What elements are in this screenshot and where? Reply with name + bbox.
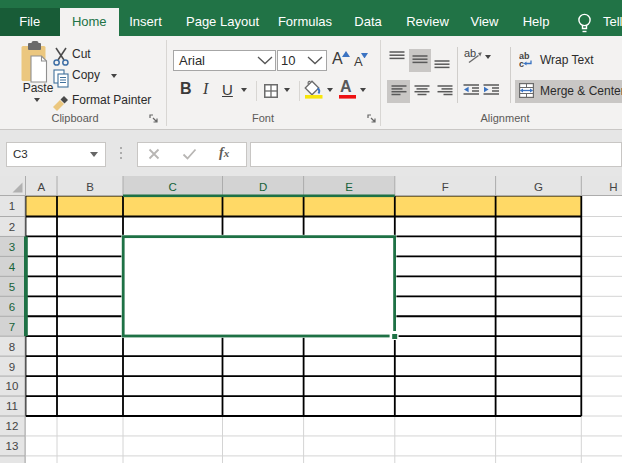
svg-text:6: 6 xyxy=(9,301,15,313)
svg-text:3: 3 xyxy=(9,241,15,253)
svg-text:H: H xyxy=(609,181,617,193)
svg-text:4: 4 xyxy=(9,261,16,273)
svg-text:9: 9 xyxy=(9,361,15,373)
svg-text:11: 11 xyxy=(6,400,18,412)
svg-text:10: 10 xyxy=(6,380,19,392)
svg-text:8: 8 xyxy=(9,341,15,353)
svg-text:G: G xyxy=(534,181,543,193)
svg-text:5: 5 xyxy=(9,281,15,293)
svg-text:C: C xyxy=(169,181,177,193)
svg-text:7: 7 xyxy=(9,321,15,333)
svg-text:c: c xyxy=(519,59,524,68)
svg-text:1: 1 xyxy=(9,200,15,212)
svg-text:E: E xyxy=(345,181,353,193)
svg-text:D: D xyxy=(259,181,267,193)
svg-text:B: B xyxy=(86,181,94,193)
svg-text:12: 12 xyxy=(6,420,19,432)
svg-text:13: 13 xyxy=(6,440,19,452)
svg-text:F: F xyxy=(442,181,449,193)
svg-text:A: A xyxy=(37,181,45,193)
svg-text:2: 2 xyxy=(9,221,15,233)
